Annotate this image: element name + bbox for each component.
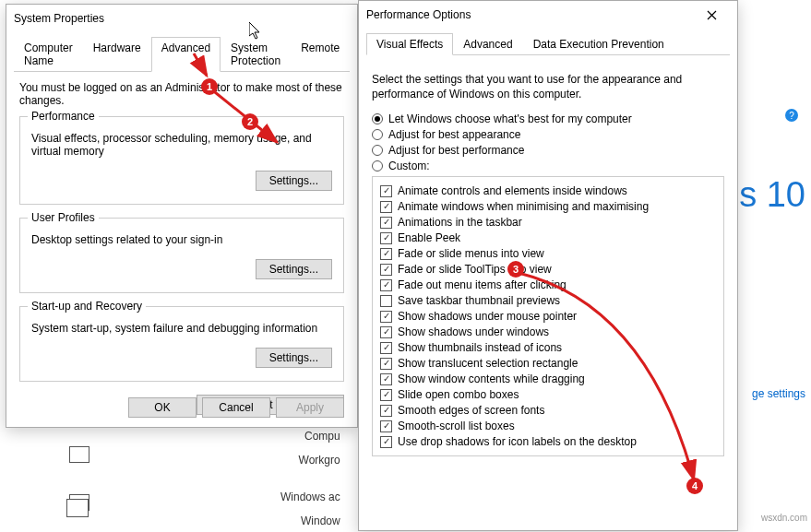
check-label: Show shadows under windows: [398, 325, 549, 339]
stack-icon: [69, 494, 89, 511]
help-icon[interactable]: ?: [785, 109, 798, 122]
performance-group: Performance Visual effects, processor sc…: [19, 116, 344, 205]
check-row-1[interactable]: Animate windows when minimising and maxi…: [380, 199, 716, 214]
radio-3[interactable]: Custom:: [372, 160, 724, 172]
tab-advanced[interactable]: Advanced: [151, 37, 221, 72]
check-row-4[interactable]: Fade or slide menus into view: [380, 246, 716, 261]
checkbox-icon[interactable]: [380, 295, 392, 307]
radio-label: Adjust for best appearance: [388, 128, 520, 141]
check-label: Fade or slide ToolTips into view: [398, 262, 552, 277]
radio-2[interactable]: Adjust for best performance: [372, 144, 724, 157]
check-row-16[interactable]: Use drop shadows for icon labels on the …: [380, 434, 716, 449]
check-label: Show shadows under mouse pointer: [398, 309, 577, 324]
check-row-6[interactable]: Fade out menu items after clicking: [380, 278, 716, 292]
check-row-11[interactable]: Show translucent selection rectangle: [380, 356, 716, 371]
apply-button[interactable]: Apply: [276, 397, 344, 418]
check-row-14[interactable]: Smooth edges of screen fonts: [380, 403, 716, 418]
radio-label: Custom:: [388, 160, 430, 172]
group-title: Performance: [28, 110, 99, 123]
tab-remote[interactable]: Remote: [291, 37, 350, 72]
titlebar: System Properties: [6, 5, 357, 32]
check-row-12[interactable]: Show window contents while dragging: [380, 372, 716, 386]
radio-icon[interactable]: [372, 160, 383, 171]
checkbox-icon[interactable]: [380, 326, 392, 338]
tab-visual-effects[interactable]: Visual Effects: [366, 33, 453, 55]
check-row-7[interactable]: Save taskbar thumbnail previews: [380, 293, 716, 308]
radio-icon[interactable]: [372, 129, 383, 140]
startup-desc: System start-up, system failure and debu…: [31, 322, 332, 335]
radio-icon[interactable]: [372, 145, 383, 156]
effects-checklist: Animate controls and elements inside win…: [372, 176, 724, 456]
user-profiles-group: User Profiles Desktop settings related t…: [19, 218, 344, 293]
check-label: Enable Peek: [398, 231, 460, 245]
windows-10-logo-text: s 10: [739, 175, 805, 215]
check-label: Smooth edges of screen fonts: [398, 403, 544, 418]
checkbox-icon[interactable]: [380, 436, 392, 448]
tab-computer-name[interactable]: Computer Name: [14, 37, 83, 72]
radio-icon[interactable]: [372, 113, 383, 124]
checkbox-icon[interactable]: [380, 420, 392, 432]
check-row-2[interactable]: Animations in the taskbar: [380, 215, 716, 230]
step-4-badge: 4: [686, 478, 703, 494]
tab-dep[interactable]: Data Execution Prevention: [523, 33, 674, 55]
checkbox-icon[interactable]: [380, 232, 392, 244]
perfopts-note: Select the settings that you want to use…: [372, 72, 724, 101]
perfopts-tabs: Visual Effects Advanced Data Execution P…: [366, 32, 730, 55]
startup-settings-button[interactable]: Settings...: [256, 348, 332, 368]
check-row-10[interactable]: Show thumbnails instead of icons: [380, 340, 716, 355]
checkbox-icon[interactable]: [380, 185, 392, 197]
check-label: Fade out menu items after clicking: [398, 278, 567, 292]
user-settings-button[interactable]: Settings...: [256, 259, 332, 279]
checkbox-icon[interactable]: [380, 217, 392, 229]
checkbox-icon[interactable]: [380, 342, 392, 354]
group-title: User Profiles: [28, 211, 99, 224]
window-title: System Properties: [14, 12, 104, 25]
check-label: Show thumbnails instead of icons: [398, 340, 562, 355]
check-row-0[interactable]: Animate controls and elements inside win…: [380, 183, 716, 198]
radio-label: Adjust for best performance: [388, 144, 524, 157]
checkbox-icon[interactable]: [380, 389, 392, 401]
tab-system-protection[interactable]: System Protection: [221, 37, 291, 72]
checkbox-icon[interactable]: [380, 373, 392, 385]
check-label: Show translucent selection rectangle: [398, 356, 578, 371]
checkbox-icon[interactable]: [380, 405, 392, 417]
check-row-5[interactable]: Fade or slide ToolTips into view: [380, 262, 716, 277]
startup-recovery-group: Start-up and Recovery System start-up, s…: [19, 306, 344, 382]
perf-settings-button[interactable]: Settings...: [256, 171, 332, 191]
change-settings-link[interactable]: ge settings: [752, 387, 805, 400]
check-row-15[interactable]: Smooth-scroll list boxes: [380, 419, 716, 433]
check-row-8[interactable]: Show shadows under mouse pointer: [380, 309, 716, 324]
checkbox-icon[interactable]: [380, 358, 392, 370]
radio-1[interactable]: Adjust for best appearance: [372, 128, 724, 141]
checkbox-icon[interactable]: [380, 279, 392, 291]
check-row-13[interactable]: Slide open combo boxes: [380, 387, 716, 402]
check-row-3[interactable]: Enable Peek: [380, 231, 716, 245]
system-properties-window: System Properties Computer Name Hardware…: [6, 4, 358, 428]
check-label: Fade or slide menus into view: [398, 246, 544, 261]
radio-0[interactable]: Let Windows choose what's best for my co…: [372, 112, 724, 125]
sysprops-tabs: Computer Name Hardware Advanced System P…: [14, 36, 350, 72]
check-label: Animate controls and elements inside win…: [398, 183, 627, 198]
cancel-button[interactable]: Cancel: [202, 397, 270, 418]
watermark-text: wsxdn.com: [761, 513, 807, 523]
check-label: Smooth-scroll list boxes: [398, 419, 515, 433]
cursor-icon: [249, 22, 264, 41]
checkbox-icon[interactable]: [380, 264, 392, 276]
ok-button[interactable]: OK: [128, 397, 197, 418]
tab-hardware[interactable]: Hardware: [83, 37, 151, 72]
performance-options-window: Performance Options Visual Effects Advan…: [358, 0, 738, 531]
close-icon[interactable]: [693, 1, 730, 29]
user-desc: Desktop settings related to your sign-in: [31, 233, 332, 246]
window-title: Performance Options: [366, 8, 471, 21]
check-label: Animations in the taskbar: [398, 215, 522, 230]
monitor-icon: [69, 446, 89, 463]
tab-advanced[interactable]: Advanced: [453, 33, 522, 55]
group-title: Start-up and Recovery: [28, 300, 146, 313]
check-label: Save taskbar thumbnail previews: [398, 293, 560, 308]
admin-note: You must be logged on as an Administrato…: [19, 81, 344, 107]
check-row-9[interactable]: Show shadows under windows: [380, 325, 716, 339]
checkbox-icon[interactable]: [380, 201, 392, 213]
checkbox-icon[interactable]: [380, 248, 392, 260]
check-label: Show window contents while dragging: [398, 372, 585, 386]
checkbox-icon[interactable]: [380, 311, 392, 323]
